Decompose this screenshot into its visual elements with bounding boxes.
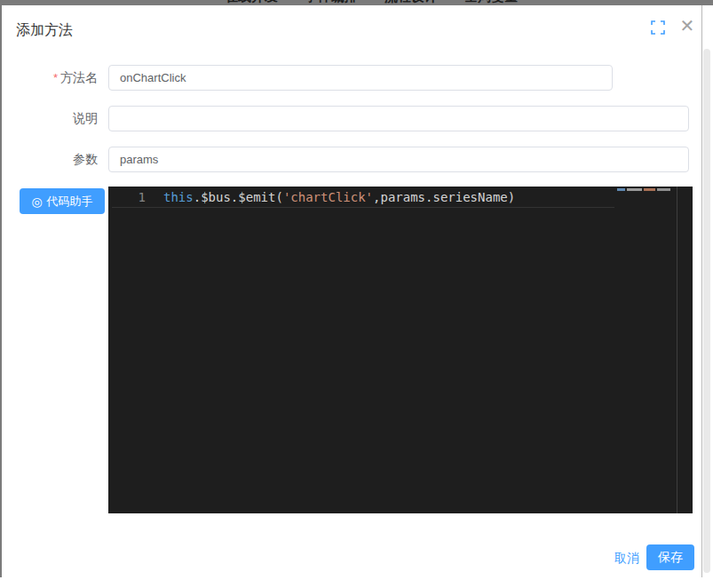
code-line: this.$bus.$emit('chartClick',params.seri… xyxy=(163,189,515,206)
required-asterisk: * xyxy=(53,71,58,84)
save-button[interactable]: 保存 xyxy=(646,544,694,570)
code-assistant-label: 代码助手 xyxy=(47,194,93,210)
background-mask-left xyxy=(0,5,2,577)
fullscreen-icon[interactable] xyxy=(650,20,666,36)
code-string: 'chartClick' xyxy=(283,190,373,204)
code-text: .$bus.$emit( xyxy=(194,190,283,204)
background-tab: 事件编排 xyxy=(305,0,358,5)
background-page-strip: 在线开发 事件编排 流程设计 全局变量 xyxy=(0,0,713,5)
code-keyword: this xyxy=(163,190,194,204)
minimap-segment xyxy=(617,188,625,191)
background-tab: 全局变量 xyxy=(464,0,518,5)
minimap-segment xyxy=(627,188,642,191)
page-scrollbar[interactable] xyxy=(703,49,710,573)
assistant-target-icon: ◎ xyxy=(31,195,42,208)
background-tab: 流程设计 xyxy=(384,0,438,5)
current-line-highlight xyxy=(112,207,614,208)
code-assistant-button[interactable]: ◎ 代码助手 xyxy=(20,188,105,214)
cancel-button[interactable]: 取消 xyxy=(609,547,645,570)
background-tab: 在线开发 xyxy=(225,0,278,5)
minimap-segment xyxy=(657,188,670,191)
minimap-segment xyxy=(644,188,655,191)
params-label: 参数 xyxy=(0,147,98,171)
params-input[interactable] xyxy=(108,147,689,172)
method-name-input[interactable] xyxy=(108,65,613,91)
close-icon[interactable]: ✕ xyxy=(677,15,698,36)
background-tabs: 在线开发 事件编排 流程设计 全局变量 xyxy=(0,0,713,5)
code-text: ,params.seriesName) xyxy=(373,190,515,204)
description-input[interactable] xyxy=(108,106,689,131)
method-name-label: *方法名 xyxy=(0,65,98,91)
code-editor[interactable]: 1 this.$bus.$emit('chartClick',params.se… xyxy=(108,187,693,513)
dialog-title: 添加方法 xyxy=(16,21,73,40)
overview-ruler xyxy=(677,187,677,513)
line-number: 1 xyxy=(133,189,146,206)
description-label: 说明 xyxy=(0,106,98,131)
modal-right-border xyxy=(701,5,702,577)
minimap[interactable] xyxy=(617,188,670,192)
